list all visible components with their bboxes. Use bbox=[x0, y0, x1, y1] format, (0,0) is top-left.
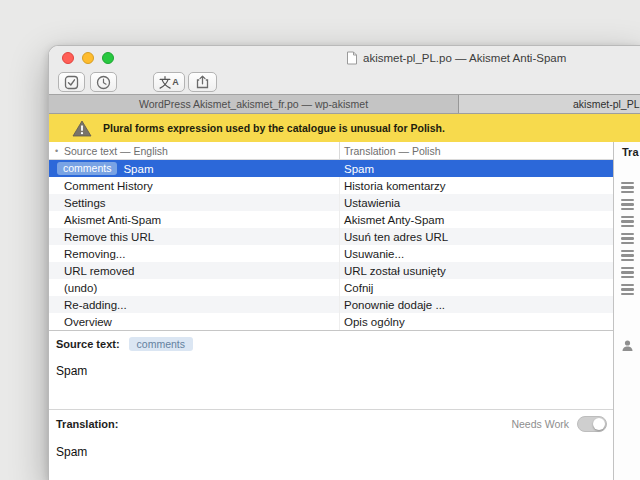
translation-cell: Opis ogólny bbox=[339, 313, 613, 330]
stack-icon bbox=[614, 247, 640, 264]
table-row[interactable]: OverviewOpis ogólny bbox=[49, 313, 613, 330]
statistics-button[interactable] bbox=[90, 72, 117, 92]
sidebar-icon-column bbox=[614, 179, 640, 298]
stack-icon bbox=[614, 281, 640, 298]
source-cell: Re-adding... bbox=[49, 296, 339, 313]
table-row[interactable]: URL removedURL został usunięty bbox=[49, 262, 613, 279]
window-title: akismet-pl_PL.po — Akismet Anti-Spam bbox=[363, 52, 566, 64]
translation-cell: Usuń ten adres URL bbox=[339, 228, 613, 245]
translation-cell: URL został usunięty bbox=[339, 262, 613, 279]
source-column-header[interactable]: Source text — English bbox=[49, 145, 339, 157]
source-cell: URL removed bbox=[49, 262, 339, 279]
clock-icon bbox=[96, 75, 111, 90]
translation-label: Translation: bbox=[56, 418, 118, 430]
person-icon bbox=[614, 339, 640, 352]
warning-banner: Plural forms expression used by the cata… bbox=[49, 114, 640, 142]
source-text-label: Source text: bbox=[56, 338, 120, 350]
translation-cell: Usuwanie... bbox=[339, 245, 613, 262]
table-row[interactable]: Removing...Usuwanie... bbox=[49, 245, 613, 262]
share-upload-icon bbox=[195, 74, 210, 90]
stack-icon bbox=[614, 230, 640, 247]
translation-panel: Translation: Needs Work Spam bbox=[49, 409, 613, 480]
context-pill: comments bbox=[57, 162, 117, 175]
window-title-area: akismet-pl_PL.po — Akismet Anti-Spam bbox=[346, 46, 566, 70]
source-cell: commentsSpam bbox=[49, 160, 339, 177]
source-cell: (undo) bbox=[49, 279, 339, 296]
tab-label: WordPress Akismet_akismet_fr.po — wp-aki… bbox=[139, 98, 368, 110]
tab-wp-akismet[interactable]: WordPress Akismet_akismet_fr.po — wp-aki… bbox=[49, 95, 459, 113]
translation-cell: Cofnij bbox=[339, 279, 613, 296]
source-cell: Comment History bbox=[49, 177, 339, 194]
translation-cell: Ustawienia bbox=[339, 194, 613, 211]
minimize-window-button[interactable] bbox=[82, 52, 94, 64]
translation-cell: Ponownie dodaje ... bbox=[339, 296, 613, 313]
table-row[interactable]: (undo)Cofnij bbox=[49, 279, 613, 296]
warning-text: Plural forms expression used by the cata… bbox=[103, 122, 445, 134]
translation-table: commentsSpamSpamComment HistoryHistoria … bbox=[49, 160, 613, 330]
translation-list-pane: • Source text — English Translation — Po… bbox=[49, 142, 613, 480]
sync-upload-button[interactable] bbox=[188, 72, 217, 92]
validate-check-icon bbox=[64, 75, 79, 90]
source-text-value: Spam bbox=[49, 351, 613, 378]
traffic-lights bbox=[62, 52, 114, 64]
toolbar: A bbox=[49, 70, 640, 94]
right-sidebar: Tra bbox=[613, 142, 640, 480]
tab-bar: WordPress Akismet_akismet_fr.po — wp-aki… bbox=[49, 94, 640, 114]
translation-value[interactable]: Spam bbox=[49, 432, 613, 459]
document-icon bbox=[346, 51, 358, 65]
pretranslate-button[interactable]: A bbox=[153, 72, 185, 92]
table-row[interactable]: SettingsUstawienia bbox=[49, 194, 613, 211]
table-header-row[interactable]: • Source text — English Translation — Po… bbox=[49, 142, 613, 160]
sidebar-header: Tra bbox=[614, 142, 640, 158]
tab-label: akismet-pl_PL.p bbox=[573, 98, 640, 110]
content-area: • Source text — English Translation — Po… bbox=[49, 142, 640, 480]
window-titlebar[interactable]: akismet-pl_PL.po — Akismet Anti-Spam bbox=[49, 46, 640, 70]
marker-dot-icon: • bbox=[55, 146, 58, 156]
table-row[interactable]: Remove this URLUsuń ten adres URL bbox=[49, 228, 613, 245]
table-row[interactable]: Comment HistoryHistoria komentarzy bbox=[49, 177, 613, 194]
zoom-window-button[interactable] bbox=[102, 52, 114, 64]
close-window-button[interactable] bbox=[62, 52, 74, 64]
source-cell: Removing... bbox=[49, 245, 339, 262]
poedit-window: akismet-pl_PL.po — Akismet Anti-Spam A bbox=[48, 45, 640, 480]
warning-triangle-icon bbox=[72, 120, 92, 137]
table-row[interactable]: Re-adding...Ponownie dodaje ... bbox=[49, 296, 613, 313]
table-row[interactable]: Akismet Anti-SpamAkismet Anty-Spam bbox=[49, 211, 613, 228]
needs-work-toggle[interactable] bbox=[577, 416, 607, 432]
source-cell: Settings bbox=[49, 194, 339, 211]
stack-icon bbox=[614, 196, 640, 213]
pretranslate-letter: A bbox=[172, 77, 179, 87]
translation-cell: Spam bbox=[339, 160, 613, 177]
source-text-panel: Source text: comments Spam bbox=[49, 330, 613, 409]
toggle-knob bbox=[593, 418, 605, 430]
context-tag: comments bbox=[129, 337, 193, 351]
stack-icon bbox=[614, 264, 640, 281]
needs-work-label: Needs Work bbox=[511, 418, 569, 430]
translation-cell: Historia komentarzy bbox=[339, 177, 613, 194]
pretranslate-icon bbox=[159, 76, 171, 89]
source-cell: Overview bbox=[49, 313, 339, 330]
translation-cell: Akismet Anty-Spam bbox=[339, 211, 613, 228]
table-row[interactable]: commentsSpamSpam bbox=[49, 160, 613, 177]
translation-column-header[interactable]: Translation — Polish bbox=[339, 142, 613, 159]
stack-icon bbox=[614, 213, 640, 230]
source-cell: Remove this URL bbox=[49, 228, 339, 245]
tab-akismet-pl[interactable]: akismet-pl_PL.p bbox=[459, 95, 640, 113]
source-cell: Akismet Anti-Spam bbox=[49, 211, 339, 228]
validate-button[interactable] bbox=[58, 72, 85, 92]
stack-icon bbox=[614, 179, 640, 196]
